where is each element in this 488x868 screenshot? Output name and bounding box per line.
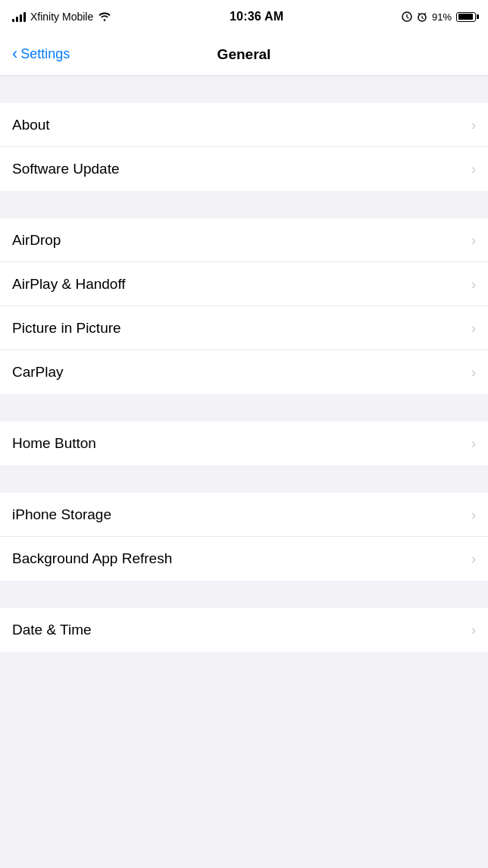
section-separator-top xyxy=(0,76,488,103)
battery-percent: 91% xyxy=(432,11,452,23)
back-button[interactable]: ‹ Settings xyxy=(8,40,74,68)
settings-group-3: Home Button › xyxy=(0,421,488,465)
settings-item-background-app-refresh[interactable]: Background App Refresh › xyxy=(0,537,488,581)
settings-item-about[interactable]: About › xyxy=(0,103,488,147)
settings-item-carplay[interactable]: CarPlay › xyxy=(0,350,488,394)
chevron-right-icon: › xyxy=(471,118,476,132)
chevron-right-icon: › xyxy=(471,508,476,522)
section-separator-2 xyxy=(0,191,488,218)
section-separator-5 xyxy=(0,581,488,608)
chevron-right-icon: › xyxy=(471,623,476,637)
alarm-icon xyxy=(417,11,427,22)
section-separator-4 xyxy=(0,465,488,493)
signal-bars-icon xyxy=(12,11,26,22)
chevron-right-icon: › xyxy=(471,437,476,450)
chevron-right-icon: › xyxy=(471,233,476,247)
battery-icon xyxy=(456,12,476,22)
wifi-icon xyxy=(98,11,111,22)
back-chevron-icon: ‹ xyxy=(12,45,17,62)
status-right: 91% xyxy=(402,11,476,23)
chevron-right-icon: › xyxy=(471,365,476,379)
carrier-label: Xfinity Mobile xyxy=(30,11,93,23)
settings-item-airplay-handoff[interactable]: AirPlay & Handoff › xyxy=(0,262,488,306)
settings-group-2: AirDrop › AirPlay & Handoff › Picture in… xyxy=(0,218,488,394)
settings-item-home-button[interactable]: Home Button › xyxy=(0,421,488,465)
settings-item-iphone-storage[interactable]: iPhone Storage › xyxy=(0,493,488,537)
page-title: General xyxy=(217,46,271,63)
battery-fill xyxy=(458,14,473,20)
location-icon xyxy=(402,11,412,22)
settings-item-date-time[interactable]: Date & Time › xyxy=(0,608,488,652)
settings-group-5: Date & Time › xyxy=(0,608,488,652)
chevron-right-icon: › xyxy=(471,552,476,566)
status-left: Xfinity Mobile xyxy=(12,11,111,23)
status-time: 10:36 AM xyxy=(230,10,283,24)
settings-group-1: About › Software Update › xyxy=(0,103,488,191)
chevron-right-icon: › xyxy=(471,321,476,335)
settings-item-software-update[interactable]: Software Update › xyxy=(0,147,488,191)
chevron-right-icon: › xyxy=(471,162,476,176)
settings-item-airdrop[interactable]: AirDrop › xyxy=(0,218,488,262)
chevron-right-icon: › xyxy=(471,277,476,291)
settings-group-4: iPhone Storage › Background App Refresh … xyxy=(0,493,488,581)
nav-bar: ‹ Settings General xyxy=(0,33,488,76)
back-label: Settings xyxy=(20,46,70,62)
section-separator-3 xyxy=(0,394,488,421)
status-bar: Xfinity Mobile 10:36 AM 91% xyxy=(0,0,488,33)
settings-item-picture-in-picture[interactable]: Picture in Picture › xyxy=(0,306,488,350)
